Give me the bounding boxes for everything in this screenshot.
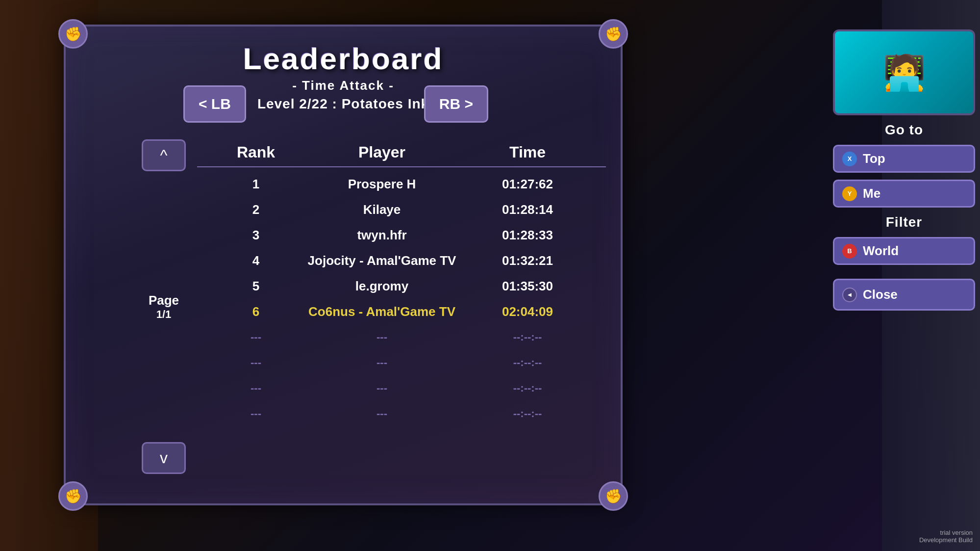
time-cell: 02:04:09	[459, 304, 596, 319]
page-label: Page 1/1	[149, 176, 179, 437]
character-figure: 🧑‍💻	[883, 52, 926, 93]
chevron-up-icon: ^	[160, 146, 167, 164]
player-column-header: Player	[305, 143, 459, 161]
time-cell: 01:35:30	[459, 279, 596, 294]
watermark-line2: Development Build	[919, 536, 973, 544]
time-cell: 01:28:33	[459, 228, 596, 243]
page-text: Page	[149, 293, 179, 308]
table-row: 2 Kilaye 01:28:14	[197, 197, 606, 222]
table-header: Rank Player Time	[197, 138, 606, 167]
time-cell: 01:32:21	[459, 253, 596, 268]
goto-section-title: Go to	[833, 122, 975, 138]
filter-section-title: Filter	[833, 214, 975, 230]
table-row: --- --- --:--:--	[197, 401, 606, 426]
corner-decoration-br: ✊	[599, 481, 628, 511]
player-cell: ---	[305, 382, 459, 394]
table-row: --- --- --:--:--	[197, 324, 606, 350]
rank-cell: ---	[207, 382, 305, 394]
rank-column-header: Rank	[207, 143, 305, 161]
leaderboard-title: Leaderboard	[66, 41, 621, 76]
table-row: 5 le.gromy 01:35:30	[197, 273, 606, 299]
game-container: ✊ ✊ ✊ ✊ Leaderboard - Time Attack - Leve…	[0, 0, 980, 551]
page-up-button[interactable]: ^	[142, 139, 186, 171]
watermark: trial version Development Build	[919, 529, 973, 544]
rb-button[interactable]: RB >	[424, 85, 488, 123]
rank-cell: ---	[207, 331, 305, 343]
page-navigation: ^ Page 1/1 v	[137, 139, 191, 474]
main-panel: ✊ ✊ ✊ ✊ Leaderboard - Time Attack - Leve…	[64, 25, 623, 505]
watermark-line1: trial version	[919, 529, 973, 536]
table-row: 3 twyn.hfr 01:28:33	[197, 222, 606, 248]
goto-me-label: Me	[863, 186, 880, 201]
corner-decoration-tl: ✊	[58, 19, 88, 49]
player-cell: le.gromy	[305, 279, 459, 294]
time-cell: --:--:--	[459, 331, 596, 343]
b-icon: B	[842, 244, 857, 259]
player-cell: ---	[305, 331, 459, 343]
table-row: --- --- --:--:--	[197, 350, 606, 375]
time-cell: 01:28:14	[459, 202, 596, 217]
table-row-highlighted: 6 Co6nus - Amal'Game TV 02:04:09	[197, 299, 606, 324]
side-panel: 🧑‍💻 Go to X Top Y Me Filter B World	[833, 29, 975, 311]
filter-world-label: World	[863, 243, 899, 259]
goto-me-button[interactable]: Y Me	[833, 180, 975, 208]
leaderboard-table: Rank Player Time 1 Prospere H 01:27:62 2…	[197, 138, 606, 474]
character-preview: 🧑‍💻	[833, 29, 975, 115]
player-cell: Jojocity - Amal'Game TV	[305, 253, 459, 268]
goto-top-button[interactable]: X Top	[833, 145, 975, 173]
x-icon: X	[842, 152, 857, 166]
corner-decoration-tr: ✊	[599, 19, 628, 49]
subtitle-mode: - Time Attack -	[66, 78, 621, 93]
player-cell: Kilaye	[305, 202, 459, 217]
subtitle-level: Level 2/22 : Potatoes Ink	[66, 96, 621, 112]
rank-cell: ---	[207, 407, 305, 420]
close-label: Close	[863, 287, 898, 302]
time-column-header: Time	[459, 143, 596, 161]
time-cell: --:--:--	[459, 382, 596, 394]
chevron-down-icon: v	[160, 449, 168, 467]
filter-world-button[interactable]: B World	[833, 237, 975, 265]
rank-cell: 2	[207, 202, 305, 217]
player-cell: Prospere H	[305, 177, 459, 192]
corner-decoration-bl: ✊	[58, 481, 88, 511]
rank-cell: 6	[207, 304, 305, 319]
table-row: 4 Jojocity - Amal'Game TV 01:32:21	[197, 248, 606, 273]
table-row: --- --- --:--:--	[197, 375, 606, 401]
time-cell: --:--:--	[459, 356, 596, 369]
page-down-button[interactable]: v	[142, 442, 186, 474]
goto-top-label: Top	[863, 151, 885, 166]
close-button[interactable]: ◄ Close	[833, 279, 975, 311]
table-row: 1 Prospere H 01:27:62	[197, 171, 606, 197]
rank-cell: 1	[207, 177, 305, 192]
header-section: Leaderboard - Time Attack - Level 2/22 :…	[66, 26, 621, 112]
time-cell: --:--:--	[459, 407, 596, 420]
player-cell: Co6nus - Amal'Game TV	[305, 304, 459, 319]
lb-button[interactable]: < LB	[183, 85, 246, 123]
page-number: 1/1	[156, 308, 172, 321]
rank-cell: 3	[207, 228, 305, 243]
rank-cell: 5	[207, 279, 305, 294]
rank-cell: ---	[207, 356, 305, 369]
player-cell: ---	[305, 356, 459, 369]
player-cell: ---	[305, 407, 459, 420]
y-icon: Y	[842, 186, 857, 201]
rank-cell: 4	[207, 253, 305, 268]
back-icon: ◄	[842, 288, 857, 302]
time-cell: 01:27:62	[459, 177, 596, 192]
player-cell: twyn.hfr	[305, 228, 459, 243]
